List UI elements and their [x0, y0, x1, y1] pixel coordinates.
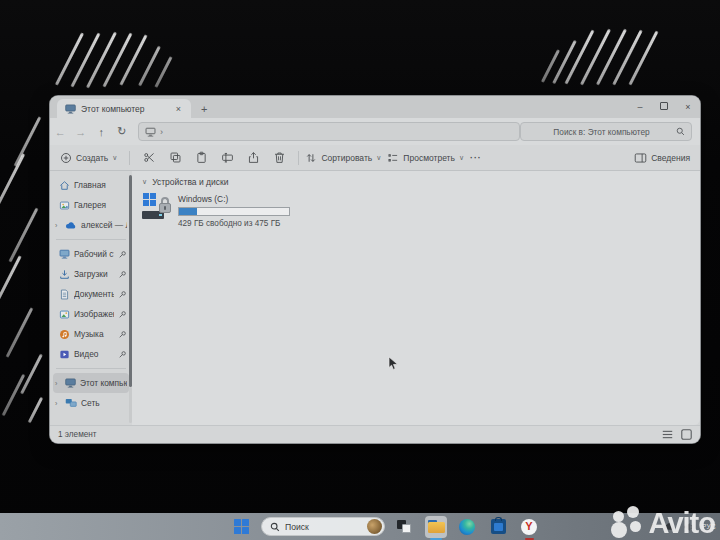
- this-pc-icon: [65, 378, 76, 388]
- copy-button[interactable]: [162, 151, 188, 164]
- group-chevron-icon: ∨: [142, 178, 147, 186]
- drive-free-space: 429 ГБ свободно из 475 ГБ: [178, 219, 290, 228]
- taskbar-search[interactable]: Поиск: [261, 517, 385, 536]
- sidebar-item-videos[interactable]: Видео: [53, 344, 129, 364]
- more-options-button[interactable]: ···: [470, 153, 482, 163]
- sidebar-item-downloads[interactable]: Загрузки: [53, 264, 129, 284]
- back-button[interactable]: ←: [50, 126, 71, 138]
- sort-button[interactable]: Сортировать ∨: [305, 152, 381, 164]
- forward-button[interactable]: →: [71, 126, 92, 138]
- light-stripe: [28, 397, 43, 423]
- sidebar-divider: [56, 368, 126, 369]
- light-stripe: [552, 40, 576, 84]
- edge-taskbar-button[interactable]: [456, 516, 478, 538]
- search-placeholder: Поиск в: Этот компьютер: [527, 127, 676, 137]
- edge-icon: [459, 519, 475, 535]
- ellipsis-icon: ···: [470, 153, 482, 163]
- sidebar-item-gallery[interactable]: Галерея: [53, 195, 129, 215]
- sidebar-item-pictures[interactable]: Изображени: [53, 304, 129, 324]
- expand-chevron-icon[interactable]: ›: [55, 222, 61, 229]
- sidebar-item-documents[interactable]: Документы: [53, 284, 129, 304]
- hidden-icons-chevron[interactable]: ∧: [650, 522, 656, 531]
- store-taskbar-button[interactable]: [487, 516, 509, 538]
- drive-usage-bar: [178, 207, 290, 216]
- rename-button[interactable]: [214, 151, 240, 164]
- up-button[interactable]: ↑: [91, 126, 112, 138]
- content-pane[interactable]: ∨ Устройства и диски Windows (C:) 429 ГБ…: [132, 171, 700, 425]
- sidebar-item-home[interactable]: Главная: [53, 175, 129, 195]
- onedrive-tray-icon[interactable]: [663, 522, 676, 531]
- yandex-browser-icon: Y: [521, 519, 537, 535]
- start-button[interactable]: [230, 516, 252, 538]
- light-stripe: [0, 153, 25, 219]
- file-explorer-window: Этот компьютер × + – × ← → ↑ ↻ › Поиск в…: [50, 96, 700, 443]
- home-icon: [59, 180, 70, 191]
- clipboard-icon: [195, 151, 208, 164]
- sidebar-item-label: Музыка: [74, 329, 114, 339]
- large-icons-view-toggle[interactable]: [681, 429, 692, 440]
- chevron-down-icon: ∨: [376, 154, 381, 162]
- video-icon: [59, 349, 70, 360]
- share-button[interactable]: [240, 151, 266, 164]
- volume-tray-icon[interactable]: [683, 522, 695, 532]
- minimize-button[interactable]: –: [628, 96, 652, 118]
- sidebar-item-label: Сеть: [81, 398, 127, 408]
- search-icon: [270, 522, 280, 532]
- sidebar-item-onedrive[interactable]: › алексей — Лич: [53, 215, 129, 235]
- cut-button[interactable]: [136, 151, 162, 164]
- drive-item-windows-c[interactable]: Windows (C:) 429 ГБ свободно из 475 ГБ: [142, 193, 700, 228]
- expand-chevron-icon[interactable]: ›: [55, 380, 61, 387]
- close-button[interactable]: ×: [676, 96, 700, 118]
- paste-button[interactable]: [188, 151, 214, 164]
- drive-name: Windows (C:): [178, 194, 290, 204]
- details-pane-button[interactable]: Сведения: [634, 152, 690, 164]
- delete-button[interactable]: [266, 151, 292, 164]
- bitlocker-lock-icon: [159, 197, 171, 213]
- tab-close-button[interactable]: ×: [174, 104, 183, 114]
- windows-logo-icon: [143, 193, 156, 206]
- toolbar-divider: [129, 151, 130, 165]
- pin-icon: [118, 290, 127, 299]
- yandex-browser-taskbar-button[interactable]: Y: [518, 516, 540, 538]
- expand-chevron-icon[interactable]: ›: [55, 400, 61, 407]
- file-explorer-taskbar-button[interactable]: [425, 516, 447, 538]
- trash-icon: [273, 151, 286, 164]
- light-stripe: [629, 31, 659, 86]
- sidebar-item-label: Этот компьюте: [80, 378, 127, 388]
- tab-this-pc[interactable]: Этот компьютер ×: [57, 99, 191, 118]
- taskbar-center-icons: Поиск Y: [230, 513, 540, 540]
- rename-icon: [221, 151, 234, 164]
- sort-icon: [305, 152, 317, 164]
- drive-icon: [142, 193, 172, 220]
- breadcrumb-chevron-icon: ›: [160, 127, 163, 137]
- language-indicator[interactable]: РУС: [702, 523, 716, 530]
- task-view-button[interactable]: [394, 516, 416, 538]
- sidebar-divider: [56, 239, 126, 240]
- refresh-button[interactable]: ↻: [112, 125, 133, 138]
- maximize-button[interactable]: [652, 96, 676, 118]
- sidebar-item-label: Документы: [74, 289, 114, 299]
- new-button[interactable]: Создать ∨: [60, 152, 117, 164]
- light-stripe: [154, 56, 172, 88]
- sidebar-item-label: Рабочий сто: [74, 249, 114, 259]
- navigation-bar: ← → ↑ ↻ › Поиск в: Этот компьютер: [50, 118, 700, 145]
- sidebar-item-desktop[interactable]: Рабочий сто: [53, 244, 129, 264]
- details-view-toggle[interactable]: [662, 430, 673, 439]
- windows-start-icon: [234, 519, 249, 534]
- sidebar-item-network[interactable]: › Сеть: [53, 393, 129, 413]
- details-pane-icon: [634, 152, 647, 164]
- new-tab-button[interactable]: +: [201, 103, 207, 115]
- new-button-label: Создать: [76, 153, 108, 163]
- plus-circle-icon: [60, 152, 72, 164]
- command-toolbar: Создать ∨ Сортировать ∨: [50, 145, 700, 171]
- address-bar[interactable]: ›: [138, 122, 520, 141]
- pin-icon: [118, 330, 127, 339]
- light-stripe: [6, 307, 34, 357]
- sidebar-item-this-pc[interactable]: › Этот компьюте: [53, 373, 129, 393]
- sidebar-item-music[interactable]: Музыка: [53, 324, 129, 344]
- this-pc-icon: [145, 127, 156, 137]
- view-button[interactable]: Просмотреть ∨: [387, 152, 464, 164]
- pin-icon: [118, 250, 127, 259]
- group-header-devices[interactable]: ∨ Устройства и диски: [142, 177, 700, 187]
- search-box[interactable]: Поиск в: Этот компьютер: [520, 122, 692, 141]
